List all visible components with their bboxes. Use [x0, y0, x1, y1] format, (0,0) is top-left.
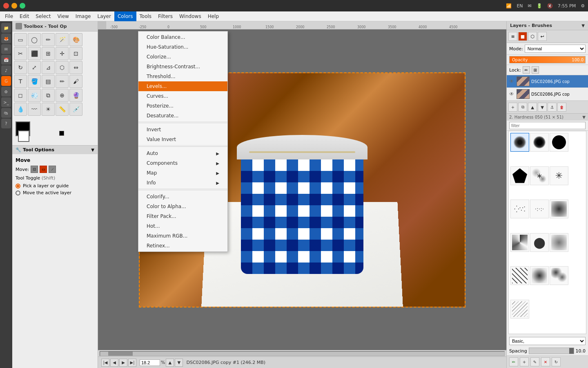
tool-options-header[interactable]: 🔧 Tool Options ▼: [12, 146, 98, 154]
dock-email[interactable]: ✉: [1, 44, 11, 54]
dock-music[interactable]: ♪: [1, 65, 11, 75]
menu-filters[interactable]: Filters: [155, 11, 176, 21]
perspective-clone-tool[interactable]: 🔮: [69, 89, 82, 102]
colorize-item[interactable]: Colorize...: [138, 52, 227, 62]
brush-thumb-12[interactable]: [550, 233, 568, 252]
curves-item[interactable]: Curves...: [138, 91, 227, 101]
select-by-color-tool[interactable]: 🎨: [69, 33, 82, 46]
components-item[interactable]: Components ▶: [138, 158, 227, 168]
settings-icon[interactable]: ⚙: [581, 3, 585, 9]
menu-colors[interactable]: Colors: [114, 11, 136, 21]
nav-next-btn[interactable]: ▶: [119, 359, 127, 367]
anchor-layer-btn[interactable]: ⚓: [548, 103, 557, 112]
move-layer-up-btn[interactable]: ▲: [528, 103, 537, 112]
zoom-input[interactable]: [140, 359, 160, 366]
dock-store[interactable]: 🛍: [1, 108, 11, 118]
brush-thumb-11[interactable]: ⬤: [530, 233, 549, 252]
pick-layer-radio-item[interactable]: Pick a layer or guide: [16, 183, 94, 188]
new-layer-btn[interactable]: +: [508, 103, 517, 112]
brush-thumb-7[interactable]: ⁛∵⁚: [510, 200, 529, 218]
move-layer-down-btn[interactable]: ▼: [538, 103, 547, 112]
airbrush-tool[interactable]: 💨: [28, 89, 41, 102]
brush-thumb-2[interactable]: [530, 133, 549, 152]
layer-channels-btn[interactable]: ≡: [508, 32, 517, 41]
move-tool active[interactable]: ✛: [56, 47, 69, 60]
reset-colors[interactable]: ↺: [59, 131, 64, 136]
brush-thumb-13[interactable]: [510, 266, 529, 285]
brush-thumb-1[interactable]: [510, 133, 529, 152]
layer-undo-btn[interactable]: ↩: [538, 32, 547, 41]
hue-saturation-item[interactable]: Hue-Saturation...: [138, 42, 227, 52]
dock-browser[interactable]: 🦊: [1, 34, 11, 43]
align-tool[interactable]: ⊞: [42, 47, 55, 60]
bucket-fill-tool[interactable]: 🪣: [28, 75, 41, 88]
brush-set-select[interactable]: Basic, Classic: [509, 337, 586, 345]
move-selection-icon[interactable]: ▭: [40, 166, 47, 173]
brush-edit-btn[interactable]: ✎: [530, 357, 539, 366]
layer-paths-btn[interactable]: ⬡: [528, 32, 537, 41]
brush-thumb-9[interactable]: [550, 200, 568, 218]
tool-options-collapse[interactable]: ▼: [91, 148, 94, 152]
brush-thumb-16[interactable]: [510, 300, 529, 319]
color-picker-tool[interactable]: 💉: [69, 103, 82, 116]
brush-thumb-6[interactable]: ✳: [550, 166, 568, 185]
menu-edit[interactable]: Edit: [16, 11, 32, 21]
lock-alpha-btn[interactable]: ⊞: [532, 66, 539, 74]
threshold-item[interactable]: Threshold...: [138, 72, 227, 81]
brush-delete-btn[interactable]: ✕: [541, 357, 550, 366]
blur-sharpen-tool[interactable]: 💧: [14, 103, 27, 116]
info-item[interactable]: Info ▶: [138, 178, 227, 188]
smudge-tool[interactable]: 〰: [28, 103, 41, 116]
dock-settings[interactable]: ⚙: [1, 87, 11, 96]
value-invert-item[interactable]: Value Invert: [138, 135, 227, 144]
brush-thumb-5[interactable]: ∗: [530, 166, 549, 185]
brush-thumb-4[interactable]: [510, 166, 529, 185]
menu-file[interactable]: File: [2, 11, 16, 21]
move-layer-icon[interactable]: ⊡: [31, 166, 38, 173]
dock-help[interactable]: ?: [1, 119, 11, 128]
brush-thumb-10[interactable]: [510, 233, 529, 252]
brush-filter-input[interactable]: [509, 122, 586, 129]
levels-item[interactable]: Levels...: [138, 81, 227, 91]
foreground-select-tool[interactable]: ⬛: [28, 47, 41, 60]
brush-duplicate-btn[interactable]: +: [520, 357, 529, 366]
zoom-up-btn[interactable]: ▲: [166, 359, 174, 367]
brush-refresh-btn[interactable]: ↻: [552, 357, 561, 366]
free-select-tool[interactable]: ✏: [42, 33, 55, 46]
text-tool[interactable]: T: [14, 75, 27, 88]
filter-pack-item[interactable]: Filter Pack...: [138, 211, 227, 221]
menu-windows[interactable]: Windows: [176, 11, 205, 21]
nav-prev-btn[interactable]: ◀: [110, 359, 118, 367]
fuzzy-select-tool[interactable]: 🪄: [56, 33, 69, 46]
menu-view[interactable]: View: [54, 11, 72, 21]
scrollbar-track[interactable]: [100, 351, 505, 356]
minimize-button[interactable]: [11, 3, 17, 9]
maximum-rgb-item[interactable]: Maximum RGB...: [138, 231, 227, 241]
shear-tool[interactable]: ⊿: [42, 61, 55, 74]
dodge-burn-tool[interactable]: ☀: [42, 103, 55, 116]
brush-thumb-15[interactable]: [550, 266, 568, 285]
brush-thumb-14[interactable]: [530, 266, 549, 285]
background-color[interactable]: [18, 130, 29, 142]
layers-collapse-btn[interactable]: ▼: [581, 23, 585, 28]
clone-tool[interactable]: ⧉: [42, 89, 55, 102]
layer-item-0[interactable]: 👁 DSC02086.JPG cop: [507, 75, 588, 88]
spacing-bar[interactable]: [529, 348, 574, 354]
rotate-tool[interactable]: ↻: [14, 61, 27, 74]
auto-item[interactable]: Auto ▶: [138, 148, 227, 158]
brushes-expand-btn[interactable]: ▼: [582, 115, 586, 119]
layer-visibility-1[interactable]: 👁: [508, 91, 515, 97]
brush-thumb-3[interactable]: [550, 133, 568, 152]
ellipse-select-tool[interactable]: ◯: [28, 33, 41, 46]
blend-tool[interactable]: ▤: [42, 75, 55, 88]
horizontal-scrollbar[interactable]: [98, 350, 506, 357]
layer-visibility-0[interactable]: 👁: [508, 78, 515, 85]
retinex-item[interactable]: Retinex...: [138, 241, 227, 251]
eraser-tool[interactable]: ◻: [14, 89, 27, 102]
scale-tool[interactable]: ⤢: [28, 61, 41, 74]
nav-last-btn[interactable]: ▶|: [128, 359, 136, 367]
menu-select[interactable]: Select: [32, 11, 54, 21]
color-to-alpha-item[interactable]: Color to Alpha...: [138, 202, 227, 211]
dock-calendar[interactable]: 📅: [1, 55, 11, 65]
heal-tool[interactable]: ⊕: [56, 89, 69, 102]
